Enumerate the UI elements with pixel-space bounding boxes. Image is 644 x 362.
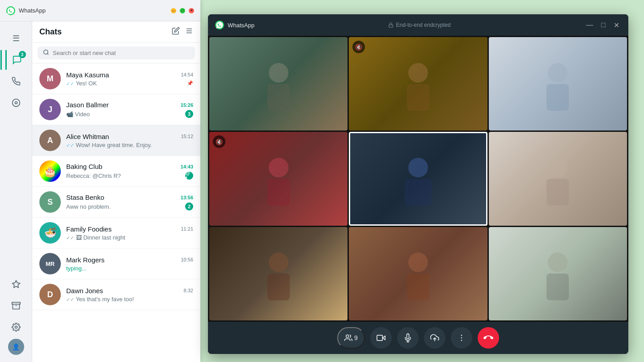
- chat-time-mark: 10:56: [181, 257, 193, 262]
- main-window-title: WhatsApp: [19, 7, 167, 14]
- chat-item-baking[interactable]: 🎂 Baking Club 14:43 Rebecca: @Chris R? @…: [32, 156, 200, 187]
- chat-preview-stasa: Aww no problem.: [66, 203, 110, 210]
- chat-info-baking: Baking Club 14:43 Rebecca: @Chris R? @ 1: [66, 163, 193, 180]
- close-button[interactable]: ✕: [189, 8, 194, 13]
- svg-point-26: [269, 253, 288, 272]
- participants-count-label: 9: [354, 334, 358, 341]
- participant-tile-3: [489, 37, 627, 130]
- chat-item-dawn[interactable]: D Dawn Jones 8:32 ✓✓ Yes that's my fave …: [32, 279, 200, 310]
- video-call-window: WhatsApp End-to-end endcrypted — □ ✕: [208, 14, 628, 354]
- svg-point-24: [548, 158, 568, 177]
- svg-point-10: [44, 50, 48, 54]
- video-cell-3: [489, 37, 627, 130]
- sidebar-item-archived[interactable]: [6, 296, 26, 316]
- microphone-button[interactable]: [397, 327, 419, 349]
- svg-point-40: [461, 340, 462, 341]
- main-title-bar: WhatsApp — □ ✕: [0, 0, 200, 21]
- video-window-controls: — □ ✕: [584, 19, 621, 31]
- participants-button[interactable]: 9: [337, 327, 365, 349]
- window-controls: — □ ✕: [171, 8, 194, 13]
- participant-tile-8: [349, 227, 487, 320]
- chat-item-stasa[interactable]: S Stasa Benko 13:56 Aww no problem. 2: [32, 187, 200, 218]
- chat-preview-jason: 📹 Video: [66, 111, 90, 118]
- filter-icon[interactable]: [185, 27, 193, 37]
- chat-info-alice: Alice Whitman 15:12 ✓✓ Wow! Have great t…: [66, 133, 193, 148]
- screen-share-button[interactable]: [424, 327, 445, 349]
- more-options-button[interactable]: [451, 327, 472, 349]
- participant-tile-1: [209, 37, 347, 130]
- svg-point-16: [408, 63, 428, 83]
- chat-item-alice[interactable]: A Alice Whitman 15:12 ✓✓ Wow! Have great…: [32, 125, 200, 156]
- video-window-title: WhatsApp: [228, 22, 254, 29]
- video-minimize-button[interactable]: —: [584, 19, 595, 31]
- svg-point-14: [269, 63, 288, 83]
- video-controls-bar: 9: [208, 322, 628, 354]
- sidebar-item-status[interactable]: [6, 93, 26, 113]
- new-chat-icon[interactable]: [172, 27, 180, 37]
- sidebar-hamburger[interactable]: ☰: [6, 29, 26, 48]
- video-close-button[interactable]: ✕: [612, 19, 621, 31]
- svg-rect-13: [389, 25, 393, 28]
- chat-item-maya[interactable]: M Maya Kasuma 14:54 ✓✓ Yes! OK 📌: [32, 63, 200, 94]
- chat-info-dawn: Dawn Jones 8:32 ✓✓ Yes that's my fave to…: [66, 287, 193, 303]
- video-cell-6: [489, 132, 627, 225]
- participant-tile-4: [209, 132, 347, 225]
- avatar-baking: 🎂: [39, 160, 61, 182]
- chat-panel-header: Chats: [32, 21, 200, 43]
- sidebar-item-starred[interactable]: [6, 274, 26, 294]
- svg-point-30: [548, 253, 568, 272]
- chat-name-stasa: Stasa Benko: [66, 194, 104, 201]
- chat-info-maya: Maya Kasuma 14:54 ✓✓ Yes! OK 📌: [66, 71, 193, 87]
- chat-info-stasa: Stasa Benko 13:56 Aww no problem. 2: [66, 194, 193, 210]
- sidebar-item-calls[interactable]: [6, 72, 26, 91]
- participant-tile-6: [489, 132, 627, 225]
- chat-name-jason: Jason Ballmer: [66, 101, 109, 109]
- chat-info-family: Family Foodies 11:21 ✓✓ 🖼 Dinner last ni…: [66, 225, 193, 241]
- participant-tile-7: [209, 227, 347, 320]
- sidebar-item-chats[interactable]: 3: [5, 50, 27, 70]
- svg-rect-34: [377, 335, 383, 341]
- avatar-alice: A: [39, 130, 61, 151]
- chat-preview-alice: ✓✓ Wow! Have great time. Enjoy.: [66, 142, 152, 148]
- whatsapp-logo-icon: [6, 6, 15, 15]
- participant-tile-2: [349, 37, 487, 130]
- end-call-button[interactable]: [478, 327, 499, 349]
- svg-rect-21: [267, 179, 290, 206]
- video-cell-5: [349, 132, 487, 225]
- unread-badge-baking: @ 1: [185, 172, 193, 180]
- video-cell-9: [489, 227, 627, 320]
- svg-point-39: [461, 337, 462, 339]
- chat-time-stasa: 13:56: [181, 195, 193, 200]
- chat-item-mark[interactable]: MR Mark Rogers 10:56 typing...: [32, 248, 200, 279]
- minimize-button[interactable]: —: [171, 8, 176, 13]
- chat-preview-maya: ✓✓ Yes! OK: [66, 80, 97, 87]
- chat-preview-family: ✓✓ 🖼 Dinner last night: [66, 234, 125, 241]
- chat-name-family: Family Foodies: [66, 225, 112, 233]
- unread-badge-stasa: 2: [185, 202, 193, 210]
- chat-preview-dawn: ✓✓ Yes that's my fave too!: [66, 296, 134, 303]
- video-toggle-button[interactable]: [370, 327, 392, 349]
- avatar-mark: MR: [39, 253, 61, 274]
- search-input[interactable]: [53, 50, 190, 56]
- svg-rect-17: [407, 84, 429, 111]
- pin-icon-maya: 📌: [187, 80, 193, 86]
- search-input-wrap[interactable]: [38, 46, 195, 59]
- avatar-dawn: D: [39, 284, 61, 305]
- video-maximize-button[interactable]: □: [599, 19, 607, 31]
- video-cell-4: 🔇: [209, 132, 347, 225]
- chat-name-alice: Alice Whitman: [66, 133, 109, 140]
- video-cell-1: [209, 37, 347, 130]
- chat-info-jason: Jason Ballmer 15:26 📹 Video 3: [66, 101, 193, 118]
- sidebar-item-settings[interactable]: [6, 317, 26, 337]
- sidebar-avatar[interactable]: 👤: [8, 339, 24, 355]
- chat-panel: Chats M: [32, 21, 200, 362]
- svg-point-22: [408, 158, 428, 177]
- video-cell-8: [349, 227, 487, 320]
- chat-item-family[interactable]: 🍜 Family Foodies 11:21 ✓✓ 🖼 Dinner last …: [32, 218, 200, 248]
- maximize-button[interactable]: □: [180, 8, 185, 13]
- chat-preview-mark: typing...: [66, 265, 87, 272]
- chats-badge: 3: [19, 51, 26, 58]
- chat-item-jason[interactable]: J Jason Ballmer 15:26 📹 Video 3: [32, 94, 200, 125]
- svg-point-28: [408, 253, 428, 272]
- sidebar: ☰ 3 👤: [0, 21, 32, 362]
